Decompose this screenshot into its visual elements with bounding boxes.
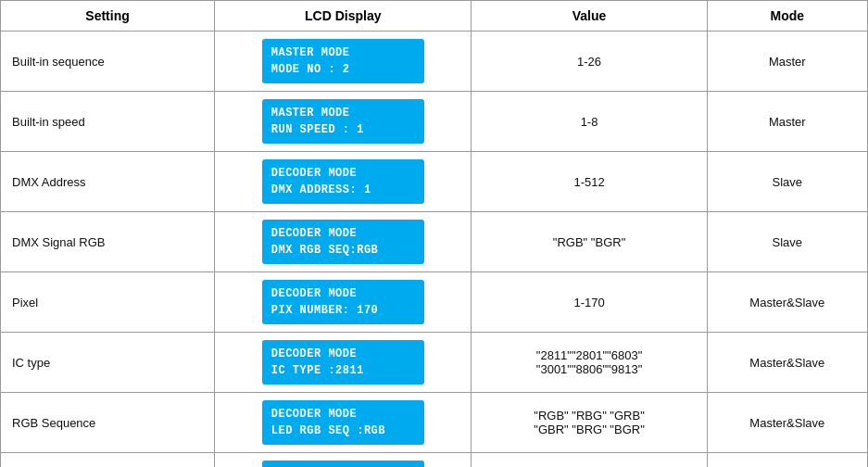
lcd-display-cell: DECODER MODEDMX ADDRESS: 1 <box>215 152 472 212</box>
header-lcd-display: LCD Display <box>215 1 472 32</box>
lcd-display-cell: DECODER MODEALL CONTROL:NO <box>215 453 472 468</box>
table-row: DMX AddressDECODER MODEDMX ADDRESS: 11-5… <box>1 152 868 212</box>
lcd-box: DECODER MODEDMX ADDRESS: 1 <box>262 159 424 204</box>
table-row: DMX Signal RGBDECODER MODEDMX RGB SEQ:RG… <box>1 212 868 272</box>
header-value: Value <box>472 1 707 32</box>
header-mode: Mode <box>707 1 867 32</box>
lcd-display-cell: MASTER MODERUN SPEED : 1 <box>215 92 472 152</box>
mode-cell: Slave <box>707 152 867 212</box>
mode-cell: Master <box>707 92 867 152</box>
lcd-box: MASTER MODERUN SPEED : 1 <box>262 99 424 144</box>
value-cell: "YES", NO" <box>472 453 707 468</box>
table-row: Built-in sequenceMASTER MODEMODE NO : 21… <box>1 32 868 92</box>
setting-label: Pixel <box>1 272 215 333</box>
mode-cell: Master&Slave <box>707 272 867 333</box>
table-row: RGB SequenceDECODER MODELED RGB SEQ :RGB… <box>1 393 868 453</box>
value-cell: "2811""2801""6803""3001""8806""9813" <box>472 333 707 393</box>
lcd-display-cell: MASTER MODEMODE NO : 2 <box>215 32 472 92</box>
lcd-box: DECODER MODEPIX NUMBER: 170 <box>262 280 424 324</box>
value-cell: 1-512 <box>472 152 707 212</box>
mode-cell: Master&Slave <box>707 333 867 393</box>
mode-cell: Master <box>707 32 867 92</box>
setting-label: RGB Sequence <box>1 393 215 453</box>
table-row: IC typeDECODER MODEIC TYPE :2811"2811""2… <box>1 333 868 393</box>
value-cell: 1-8 <box>472 92 707 152</box>
mode-cell: Slave <box>707 212 867 272</box>
lcd-display-cell: DECODER MODELED RGB SEQ :RGB <box>215 393 472 453</box>
lcd-display-cell: DECODER MODEIC TYPE :2811 <box>215 333 472 393</box>
value-cell: "RGB" "RBG" "GRB""GBR" "BRG" "BGR" <box>472 393 707 453</box>
lcd-box: MASTER MODEMODE NO : 2 <box>262 39 424 83</box>
value-cell: 1-26 <box>472 32 707 92</box>
lcd-display-cell: DECODER MODEPIX NUMBER: 170 <box>215 272 472 333</box>
value-cell: "RGB" "BGR" <box>472 212 707 272</box>
mode-cell: Master&Slave <box>707 453 867 468</box>
lcd-display-cell: DECODER MODEDMX RGB SEQ:RGB <box>215 212 472 272</box>
setting-label: Integral Control <box>1 453 215 468</box>
lcd-box: DECODER MODEALL CONTROL:NO <box>262 461 424 467</box>
table-row: Integral ControlDECODER MODEALL CONTROL:… <box>1 453 868 468</box>
table-row: PixelDECODER MODEPIX NUMBER: 1701-170Mas… <box>1 272 868 333</box>
lcd-box: DECODER MODEDMX RGB SEQ:RGB <box>262 220 424 264</box>
value-cell: 1-170 <box>472 272 707 333</box>
header-setting: Setting <box>1 1 215 32</box>
mode-cell: Master&Slave <box>707 393 867 453</box>
setting-label: DMX Address <box>1 152 215 212</box>
setting-label: Built-in speed <box>1 92 215 152</box>
lcd-box: DECODER MODEIC TYPE :2811 <box>262 340 424 385</box>
setting-label: IC type <box>1 333 215 393</box>
lcd-box: DECODER MODELED RGB SEQ :RGB <box>262 400 424 445</box>
table-row: Built-in speedMASTER MODERUN SPEED : 11-… <box>1 92 868 152</box>
setting-label: DMX Signal RGB <box>1 212 215 272</box>
setting-label: Built-in sequence <box>1 32 215 92</box>
